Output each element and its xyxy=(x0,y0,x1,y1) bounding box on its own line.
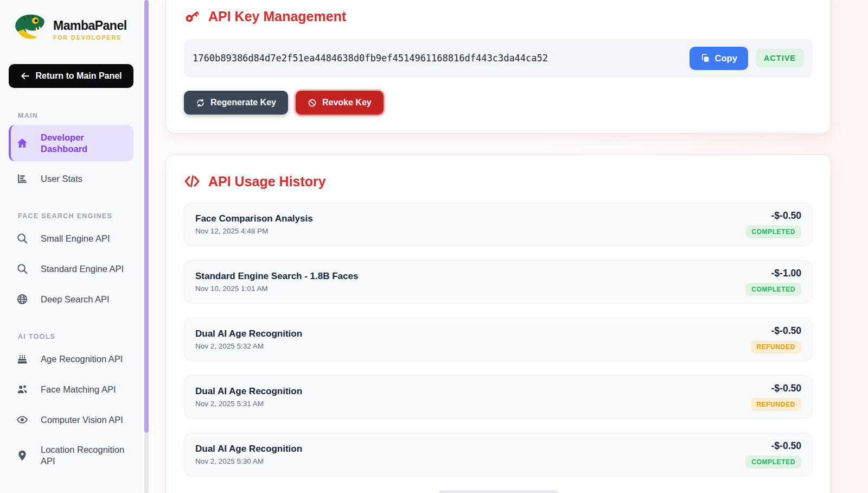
sidebar-item-label: Face Matching API xyxy=(41,384,116,395)
api-key-field: 1760b89386d84d7e2f51ea4484638d0fb9ef4514… xyxy=(184,39,813,78)
section-label-main: MAIN xyxy=(18,112,133,119)
sidebar-item-label: User Stats xyxy=(41,173,82,185)
api-usage-history-card: API Usage History Face Comparison Analys… xyxy=(165,154,831,493)
usage-item-date: Nov 2, 2025 5:32 AM xyxy=(195,342,302,350)
home-icon xyxy=(16,137,28,149)
status-badge: REFUNDED xyxy=(751,340,801,353)
usage-item[interactable]: Face Comparison Analysis Nov 12, 2025 4:… xyxy=(184,203,813,246)
show-more-button[interactable]: Show More (15 more) xyxy=(437,490,560,493)
key-actions-row: Regenerate Key Revoke Key xyxy=(184,91,813,115)
section-label-face-search-engines: FACE SEARCH ENGINES xyxy=(18,212,133,220)
key-status-badge: ACTIVE xyxy=(756,49,804,67)
revoke-key-button[interactable]: Revoke Key xyxy=(296,91,384,115)
map-pin-icon xyxy=(16,450,28,462)
usage-item-date: Nov 2, 2025 5:31 AM xyxy=(195,400,302,408)
sidebar-item-deep-search-api[interactable]: Deep Search API xyxy=(9,286,133,312)
usage-item-info: Face Comparison Analysis Nov 12, 2025 4:… xyxy=(195,213,313,235)
copy-button[interactable]: Copy xyxy=(690,47,748,70)
usage-item-amount: -$-1.00 xyxy=(771,268,801,279)
usage-item-info: Standard Engine Search - 1.8B Faces Nov … xyxy=(195,271,358,293)
ban-icon xyxy=(308,98,317,108)
usage-item[interactable]: Dual AI Age Recognition Nov 2, 2025 5:31… xyxy=(184,375,813,419)
sidebar-item-label: Location Recognition API xyxy=(41,444,126,466)
usage-item-meta: -$-0.50 REFUNDED xyxy=(751,325,801,353)
logo: MambaPanel FOR DEVOLOPERS xyxy=(9,12,133,47)
search-icon xyxy=(16,232,28,244)
usage-item-amount: -$-0.50 xyxy=(771,383,801,394)
sidebar-item-user-stats[interactable]: User Stats xyxy=(9,166,133,192)
usage-item-info: Dual AI Age Recognition Nov 2, 2025 5:30… xyxy=(195,444,302,465)
usage-list: Face Comparison Analysis Nov 12, 2025 4:… xyxy=(184,203,813,476)
usage-item-info: Dual AI Age Recognition Nov 2, 2025 5:31… xyxy=(195,386,302,408)
revoke-key-label: Revoke Key xyxy=(322,98,372,108)
usage-title: API Usage History xyxy=(208,174,326,189)
usage-item-meta: -$-0.50 COMPLETED xyxy=(745,210,801,238)
return-to-main-panel-button[interactable]: Return to Main Panel xyxy=(9,64,133,88)
usage-item-amount: -$-0.50 xyxy=(771,210,801,222)
copy-button-label: Copy xyxy=(715,53,737,64)
regenerate-key-label: Regenerate Key xyxy=(210,98,276,108)
usage-item-meta: -$-0.50 COMPLETED xyxy=(745,440,801,469)
sidebar-item-small-engine-api[interactable]: Small Engine API xyxy=(9,225,133,251)
sidebar-item-label: Standard Engine API xyxy=(41,263,124,275)
usage-item-amount: -$-0.50 xyxy=(771,325,801,337)
app-subtitle: FOR DEVOLOPERS xyxy=(53,34,127,41)
usage-item-title: Dual AI Age Recognition xyxy=(195,444,302,454)
usage-header: API Usage History xyxy=(184,173,813,189)
status-badge: COMPLETED xyxy=(745,283,801,296)
usage-item[interactable]: Standard Engine Search - 1.8B Faces Nov … xyxy=(184,260,813,304)
logo-text: MambaPanel FOR DEVOLOPERS xyxy=(53,18,127,41)
api-key-management-card: API Key Management 1760b89386d84d7e2f51e… xyxy=(165,0,831,134)
mamba-snake-icon xyxy=(10,12,50,47)
sidebar-item-age-recognition-api[interactable]: Age Recognition API xyxy=(9,346,133,372)
usage-item-title: Standard Engine Search - 1.8B Faces xyxy=(195,271,358,282)
show-more-row: Show More (15 more) xyxy=(184,490,813,493)
usage-item-date: Nov 2, 2025 5:30 AM xyxy=(195,457,302,465)
status-badge: COMPLETED xyxy=(745,225,801,238)
refresh-icon xyxy=(196,98,205,108)
usage-item-date: Nov 12, 2025 4:48 PM xyxy=(195,227,313,235)
section-label-ai-tools: AI TOOLS xyxy=(18,333,133,340)
sidebar-scrollbar xyxy=(142,0,151,493)
api-key-header: API Key Management xyxy=(184,8,813,24)
sidebar-item-label: Deep Search API xyxy=(41,294,110,305)
sidebar-item-developer-dashboard[interactable]: Developer Dashboard xyxy=(9,125,133,161)
key-icon xyxy=(184,8,200,24)
scrollbar-track xyxy=(144,433,149,493)
sidebar: MambaPanel FOR DEVOLOPERS Return to Main… xyxy=(0,0,142,493)
sidebar-item-location-recognition-api[interactable]: Location Recognition API xyxy=(9,437,133,473)
usage-item[interactable]: Dual AI Age Recognition Nov 2, 2025 5:32… xyxy=(184,318,813,361)
usage-item[interactable]: Dual AI Age Recognition Nov 2, 2025 5:30… xyxy=(184,433,813,476)
usage-item-info: Dual AI Age Recognition Nov 2, 2025 5:32… xyxy=(195,328,302,350)
app-title: MambaPanel xyxy=(53,18,127,33)
regenerate-key-button[interactable]: Regenerate Key xyxy=(184,91,288,115)
sidebar-item-standard-engine-api[interactable]: Standard Engine API xyxy=(9,256,133,282)
sidebar-item-face-matching-api[interactable]: Face Matching API xyxy=(9,376,133,402)
globe-icon xyxy=(16,293,28,305)
return-button-label: Return to Main Panel xyxy=(35,71,122,81)
usage-item-amount: -$-0.50 xyxy=(771,440,801,452)
usage-item-title: Dual AI Age Recognition xyxy=(195,328,302,339)
status-badge: REFUNDED xyxy=(751,398,801,411)
status-badge: COMPLETED xyxy=(745,456,801,469)
sidebar-item-label: Small Engine API xyxy=(41,233,110,244)
scrollbar-thumb[interactable] xyxy=(144,0,149,433)
bar-chart-icon xyxy=(16,173,28,185)
usage-item-meta: -$-1.00 COMPLETED xyxy=(745,268,801,296)
api-key-value: 1760b89386d84d7e2f51ea4484638d0fb9ef4514… xyxy=(193,53,682,64)
usage-item-title: Dual AI Age Recognition xyxy=(195,386,302,397)
usage-item-date: Nov 10, 2025 1:01 AM xyxy=(195,285,358,293)
search-icon xyxy=(16,263,28,275)
arrow-left-icon xyxy=(20,71,30,81)
main-content: API Key Management 1760b89386d84d7e2f51e… xyxy=(151,0,868,493)
usage-item-meta: -$-0.50 REFUNDED xyxy=(751,383,801,411)
eye-icon xyxy=(16,414,28,426)
code-icon xyxy=(184,173,200,189)
sidebar-item-label: Developer Dashboard xyxy=(41,132,126,154)
sidebar-item-label: Age Recognition API xyxy=(41,353,123,365)
api-key-title: API Key Management xyxy=(208,9,346,24)
sidebar-item-label: Computer Vision API xyxy=(41,414,123,426)
usage-item-title: Face Comparison Analysis xyxy=(195,213,313,224)
sidebar-item-computer-vision-api[interactable]: Computer Vision API xyxy=(9,407,133,433)
cake-icon xyxy=(16,353,28,365)
